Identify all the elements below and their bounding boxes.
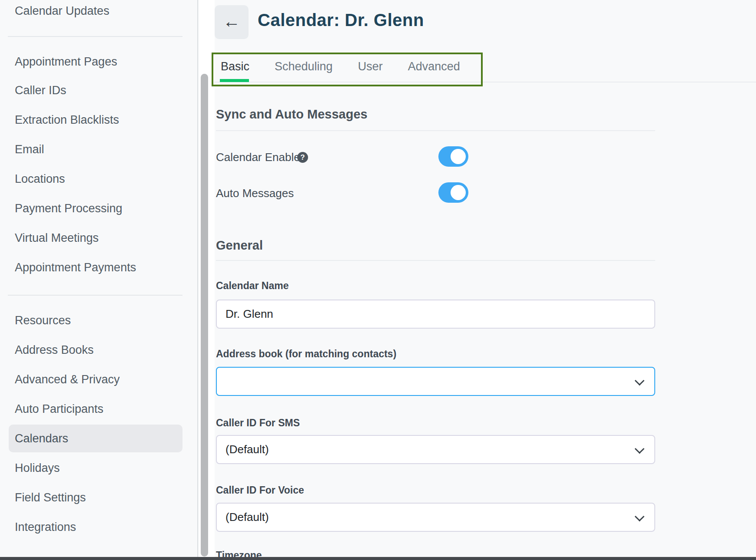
help-icon[interactable]: ?	[297, 152, 308, 163]
sidebar-item-resources[interactable]: Resources	[15, 313, 71, 328]
sidebar-item-address-books[interactable]: Address Books	[15, 343, 94, 357]
tab-user[interactable]: User	[358, 60, 383, 73]
calendar-enabled-toggle[interactable]	[438, 146, 468, 167]
select-value: (Default)	[225, 436, 269, 463]
settings-sidebar: Calendar Updates Appointment Pages Calle…	[0, 0, 198, 560]
select-value: (Default)	[225, 504, 269, 531]
back-arrow-icon: ←	[223, 13, 240, 30]
address-book-label: Address book (for matching contacts)	[216, 348, 396, 360]
sidebar-item-virtual-meetings[interactable]: Virtual Meetings	[15, 231, 99, 245]
section-divider	[216, 130, 655, 131]
section-title-general: General	[216, 238, 263, 253]
chevron-down-icon	[635, 444, 645, 454]
sidebar-item-integrations[interactable]: Integrations	[15, 520, 76, 534]
caller-id-sms-select[interactable]: (Default)	[216, 435, 655, 464]
active-tab-underline	[220, 79, 249, 82]
sidebar-item-holidays[interactable]: Holidays	[15, 461, 60, 475]
chevron-down-icon	[635, 376, 645, 386]
toggle-knob	[451, 149, 466, 164]
toggle-knob	[451, 185, 466, 200]
auto-messages-toggle[interactable]	[438, 182, 468, 203]
sidebar-item-calendars[interactable]: Calendars	[9, 425, 182, 452]
sidebar-item-locations[interactable]: Locations	[15, 171, 65, 186]
scrollbar-thumb[interactable]	[201, 74, 208, 557]
tab-basic[interactable]: Basic	[221, 60, 249, 73]
sidebar-divider	[8, 295, 182, 296]
tab-scheduling[interactable]: Scheduling	[275, 60, 333, 73]
address-book-select[interactable]	[216, 367, 655, 396]
sidebar-item-advanced-privacy[interactable]: Advanced & Privacy	[15, 372, 120, 387]
page-title: Calendar: Dr. Glenn	[258, 10, 424, 30]
sidebar-item-appointment-payments[interactable]: Appointment Payments	[15, 260, 136, 275]
back-button[interactable]: ←	[215, 5, 249, 39]
calendar-name-input[interactable]	[216, 300, 655, 329]
auto-messages-label: Auto Messages	[216, 187, 294, 200]
sidebar-item-appointment-pages[interactable]: Appointment Pages	[15, 54, 117, 69]
sidebar-item-label: Calendars	[15, 425, 68, 452]
sidebar-item-field-settings[interactable]: Field Settings	[15, 490, 86, 505]
sidebar-item-extraction-blacklists[interactable]: Extraction Blacklists	[15, 112, 119, 127]
sidebar-divider	[8, 36, 182, 37]
tab-advanced[interactable]: Advanced	[408, 60, 460, 73]
sidebar-item-caller-ids[interactable]: Caller IDs	[15, 83, 66, 98]
sidebar-item-auto-participants[interactable]: Auto Participants	[15, 402, 103, 416]
tabstrip-border	[214, 82, 756, 82]
calendar-name-label: Calendar Name	[216, 280, 288, 292]
tab-bar: Basic Scheduling User Advanced	[221, 53, 460, 80]
caller-id-voice-select[interactable]: (Default)	[216, 503, 655, 532]
section-title-sync: Sync and Auto Messages	[216, 107, 368, 122]
sidebar-item-payment-processing[interactable]: Payment Processing	[15, 201, 123, 216]
section-divider	[216, 260, 655, 261]
sidebar-item-calendar-updates[interactable]: Calendar Updates	[15, 3, 109, 18]
chevron-down-icon	[635, 512, 645, 522]
caller-id-sms-label: Caller ID For SMS	[216, 417, 300, 429]
sidebar-item-email[interactable]: Email	[15, 142, 44, 157]
calendar-enabled-label: Calendar Enabled	[216, 151, 306, 164]
caller-id-voice-label: Caller ID For Voice	[216, 484, 304, 496]
window-bottom-edge	[0, 557, 756, 560]
